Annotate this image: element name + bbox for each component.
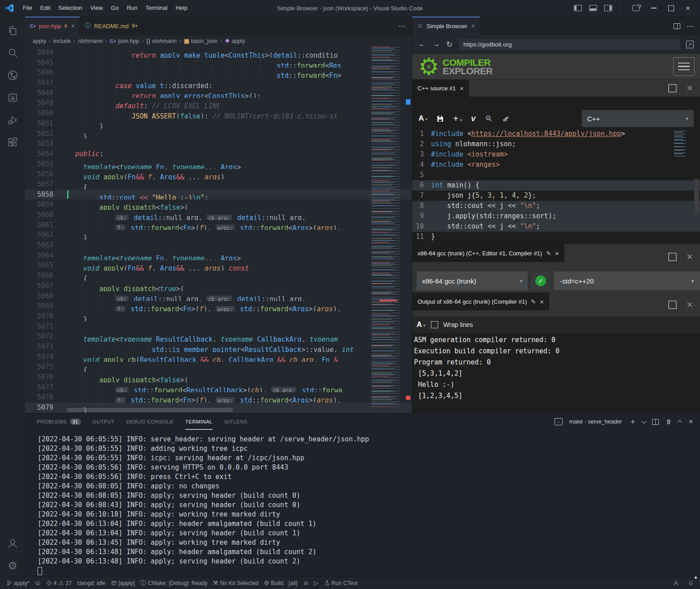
back-icon[interactable]: ← <box>418 40 426 49</box>
new-terminal-icon[interactable]: + <box>631 417 635 426</box>
close-icon[interactable]: × <box>471 22 475 30</box>
panel-tab-terminal[interactable]: TERMINAL <box>185 414 213 430</box>
panel-tab-problems[interactable]: PROBLEMS31 <box>37 414 81 430</box>
breadcrumb-item[interactable]: nlohmann <box>78 38 103 44</box>
maximize-panel-icon[interactable] <box>677 420 682 425</box>
ce-logo-icon[interactable]: ⚙≡ <box>418 55 440 78</box>
menu-selection[interactable]: Selection <box>54 0 86 16</box>
compiler-select[interactable]: x86-64 gcc (trunk)▾ <box>417 271 528 290</box>
status-item-publish[interactable] <box>32 577 43 589</box>
quick-bench-icon[interactable] <box>502 114 510 123</box>
close-pane-icon[interactable]: × <box>687 83 693 93</box>
ce-output-tab[interactable]: Output of x86-64 gcc (trunk) (Compiler #… <box>412 292 549 310</box>
vim-mode-icon[interactable]: v <box>471 114 476 123</box>
horizontal-scrollbar[interactable] <box>67 408 233 412</box>
split-editor-icon[interactable] <box>674 23 680 29</box>
minimap[interactable] <box>371 47 405 407</box>
customize-layout-icon[interactable] <box>632 5 640 11</box>
ce-source-editor[interactable]: 1#include <https://localhost:8443/apply/… <box>412 129 700 244</box>
rename-pane-icon[interactable]: ✎ <box>546 250 551 257</box>
split-terminal-icon[interactable] <box>652 419 659 425</box>
rename-pane-icon[interactable]: ✎ <box>531 298 536 305</box>
close-pane-icon[interactable]: × <box>687 299 693 310</box>
status-item-cmake-project[interactable]: [apply] <box>108 577 138 589</box>
compiler-options-input[interactable]: -std=c++20▾ <box>554 271 700 290</box>
status-item-cmake-kit[interactable]: ⚒No Kit Selected <box>210 577 261 589</box>
font-size-button[interactable]: A▾ <box>418 114 427 123</box>
breadcrumb-item[interactable]: ▣basic_json <box>184 38 218 44</box>
terminal-title[interactable]: make - serve_header <box>569 419 622 425</box>
ce-compiler-tab[interactable]: x86-64 gcc (trunk) (C++, Editor #1, Comp… <box>412 244 564 262</box>
source-control-icon[interactable] <box>2 64 23 86</box>
tab-simple-browser[interactable]: Simple Browser × <box>412 17 480 35</box>
status-item-problems[interactable]: 4⚠27 <box>43 577 75 589</box>
close-icon[interactable]: × <box>540 298 544 305</box>
font-size-button[interactable]: A▾ <box>417 321 426 329</box>
close-panel-icon[interactable]: × <box>689 418 693 426</box>
status-item-clangd-status[interactable]: clangd: idle <box>74 577 108 589</box>
ce-source-tab[interactable]: C++ source #1 × <box>412 80 469 97</box>
breadcrumb-item[interactable]: ❖apply <box>225 38 245 44</box>
menu-help[interactable]: Help <box>171 0 192 16</box>
url-input[interactable]: https://godbolt.org <box>459 39 680 50</box>
explorer-icon[interactable] <box>2 19 23 42</box>
save-icon[interactable] <box>436 115 444 123</box>
terminal-dropdown-icon[interactable] <box>641 419 646 424</box>
breadcrumb-item[interactable]: include <box>53 38 71 44</box>
tab-json.hpp[interactable]: C+json.hpp4× <box>25 17 80 35</box>
menu-view[interactable]: View <box>86 0 107 16</box>
window-close-button[interactable]: × <box>686 4 690 12</box>
run-debug-icon[interactable] <box>2 109 23 131</box>
status-item-feedback[interactable] <box>670 577 682 589</box>
editor-more-actions-icon[interactable]: ⋯ <box>398 22 405 30</box>
window-maximize-button[interactable] <box>668 5 674 11</box>
panel-tab-output[interactable]: OUTPUT <box>93 414 115 430</box>
breadcrumb-item[interactable]: {}nlohmann <box>146 38 177 44</box>
status-item-cmake-debug[interactable] <box>300 577 312 589</box>
terminal-output[interactable]: [2022-04-30 06:05:55] INFO: serve_header… <box>25 430 700 577</box>
status-item-notifications[interactable] <box>685 577 696 589</box>
hamburger-menu-icon[interactable] <box>673 57 695 76</box>
browser-more-actions-icon[interactable]: ⋯ <box>687 22 694 30</box>
menu-terminal[interactable]: Terminal <box>141 0 171 16</box>
panel-tab-gitlens[interactable]: GITLENS <box>224 414 248 430</box>
code-editor[interactable]: 5044return apply_make_tuple<ConstThis>(d… <box>25 47 412 413</box>
status-item-cmake-status[interactable]: ⓘCMake: [Debug]: Ready <box>137 577 210 589</box>
close-icon[interactable]: × <box>555 250 559 257</box>
maximize-pane-icon[interactable] <box>668 253 677 261</box>
ce-scrollbar-thumb[interactable] <box>694 179 699 214</box>
menu-file[interactable]: File <box>19 0 36 16</box>
window-minimize-button[interactable] <box>651 8 657 8</box>
editor-scrollbar[interactable] <box>405 47 412 413</box>
settings-gear-icon[interactable]: ⚙ <box>2 555 23 577</box>
cmake-icon[interactable] <box>2 86 23 109</box>
close-icon[interactable]: × <box>71 22 75 30</box>
menu-run[interactable]: Run <box>123 0 141 16</box>
status-item-cmake-build[interactable]: ⚙Build <box>261 577 286 589</box>
maximize-pane-icon[interactable] <box>668 301 677 309</box>
toggle-panel-icon[interactable] <box>589 5 597 11</box>
status-item-git-branch[interactable]: apply* <box>4 577 32 589</box>
ce-brand[interactable]: COMPILER EXPLORER <box>443 58 493 75</box>
menu-go[interactable]: Go <box>107 0 123 16</box>
open-external-icon[interactable]: ↗ <box>686 41 694 48</box>
extensions-icon[interactable] <box>2 131 23 153</box>
status-item-run-ctest[interactable]: Run CTest <box>321 577 360 589</box>
breadcrumb-item[interactable]: apply <box>33 38 46 44</box>
wrap-lines-checkbox[interactable] <box>431 321 438 328</box>
close-pane-icon[interactable]: × <box>687 251 693 262</box>
language-select[interactable]: C++▾ <box>582 110 694 127</box>
search-icon[interactable] <box>2 42 23 64</box>
cpp-insights-icon[interactable] <box>485 114 493 123</box>
reload-icon[interactable]: ↻ <box>446 40 452 49</box>
add-pane-button[interactable]: +▾ <box>453 113 462 124</box>
panel-tab-debug-console[interactable]: DEBUG CONSOLE <box>126 414 174 430</box>
toggle-secondary-sidebar-icon[interactable] <box>604 5 612 11</box>
menu-edit[interactable]: Edit <box>36 0 54 16</box>
maximize-pane-icon[interactable] <box>668 84 677 93</box>
status-item-cmake-launch[interactable]: ▷ <box>312 577 321 589</box>
status-item-cmake-target[interactable]: [all] <box>286 577 300 589</box>
close-icon[interactable]: × <box>460 85 464 92</box>
kill-terminal-icon[interactable] <box>666 419 672 425</box>
tab-README.md[interactable]: ⓘREADME.md9+ <box>80 17 143 35</box>
